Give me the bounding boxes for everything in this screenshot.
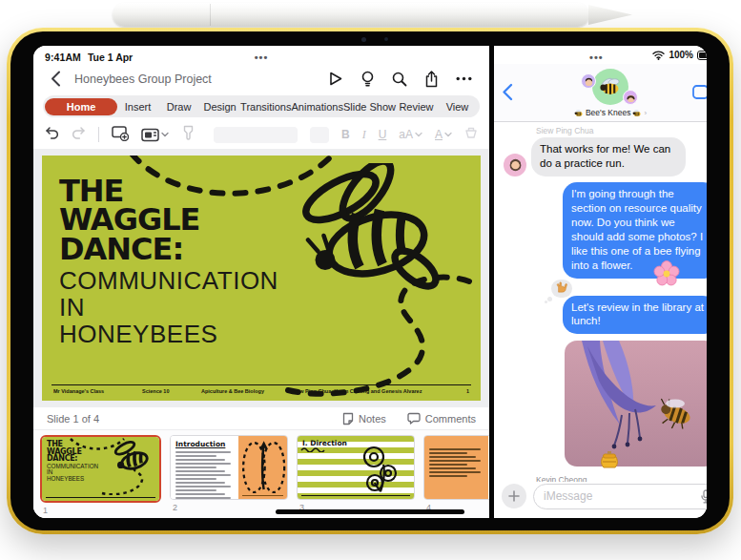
more-icon[interactable]	[452, 75, 476, 82]
imessage-field[interactable]	[533, 484, 707, 509]
imessage-input[interactable]	[534, 489, 701, 503]
home-indicator[interactable]	[276, 509, 464, 514]
messages-statusbar: ••• 100%	[494, 46, 707, 64]
fill-color-icon[interactable]	[464, 126, 478, 143]
sent-message[interactable]: I'm going through the section on resourc…	[563, 182, 707, 279]
stage: 9:41AM Tue 1 Apr ••• Honeybees Group Pro…	[0, 0, 741, 560]
ipad-device: 9:41AM Tue 1 Apr ••• Honeybees Group Pro…	[7, 28, 733, 534]
status-date: Tue 1 Apr	[88, 52, 133, 63]
front-sensor	[384, 37, 388, 41]
group-avatar[interactable]	[581, 69, 640, 107]
play-button[interactable]	[324, 70, 347, 88]
italic-button[interactable]: I	[362, 128, 366, 142]
siew-avatar-icon[interactable]	[504, 154, 526, 176]
slide-1[interactable]: THE WAGGLE DANCE: COMMUNICATION IN HONEY…	[42, 156, 481, 401]
bee-flower-photo	[565, 341, 707, 467]
slide-subtitle[interactable]: COMMUNICATION IN HONEYBEES	[59, 267, 278, 347]
tab-design[interactable]: Design	[199, 98, 240, 115]
thumb1-number: 1	[43, 506, 161, 515]
tab-transitions[interactable]: Transitions	[240, 98, 291, 115]
message-composer	[494, 482, 707, 518]
thumb2-heading: Introduction	[175, 440, 234, 448]
messages-app: ••• 100%	[494, 46, 707, 518]
comments-button[interactable]: Comments	[407, 412, 476, 425]
group-name[interactable]: Bee's Knees ›	[494, 108, 707, 117]
photo-message[interactable]	[565, 341, 707, 467]
ipad-bezel: 9:41AM Tue 1 Apr ••• Honeybees Group Pro…	[10, 31, 730, 530]
slide-canvas: THE WAGGLE DANCE: COMMUNICATION IN HONEY…	[33, 149, 489, 407]
notes-button[interactable]: Notes	[342, 412, 386, 425]
text-color-button[interactable]: A	[435, 128, 452, 141]
bee-icon	[632, 109, 642, 117]
multitask-menu-icon[interactable]: •••	[255, 52, 269, 63]
tab-review[interactable]: Review	[396, 98, 437, 115]
dictation-mic-icon[interactable]	[701, 489, 707, 504]
multitask-menu-icon[interactable]: •••	[589, 52, 604, 63]
footer-subject: Science 10	[142, 388, 169, 394]
keynote-toolbar: B I U aA A	[33, 120, 489, 149]
front-camera	[361, 37, 366, 42]
bee-drawing[interactable]	[277, 163, 448, 311]
plus-button[interactable]	[502, 484, 526, 508]
thumb3-flowers	[349, 444, 404, 497]
footer-class: Mr Vidanage's Class	[53, 388, 104, 394]
slide-title[interactable]: THE WAGGLE DANCE:	[59, 176, 278, 263]
slide-layout-button[interactable]	[141, 128, 169, 142]
search-icon[interactable]	[388, 71, 411, 88]
member-avatar-icon	[623, 90, 638, 105]
apple-pencil-tip	[588, 5, 632, 25]
lightbulb-icon[interactable]	[357, 70, 379, 88]
flower-sticker[interactable]	[652, 259, 681, 290]
ribbon-tabs: Home Insert Draw Design Transitions Anim…	[43, 95, 480, 117]
slide-filmstrip: THE WAGGLE DANCE: COMMUNICATION IN HONEY…	[33, 430, 489, 518]
back-chevron-icon[interactable]	[502, 83, 513, 105]
messages-header: Bee's Knees ›	[494, 64, 707, 122]
underline-button[interactable]: U	[379, 128, 387, 141]
bee-icon	[574, 109, 584, 117]
share-icon[interactable]	[421, 70, 443, 89]
tab-view[interactable]: View	[437, 98, 478, 115]
sender-name: Kevin Cheong	[536, 475, 707, 482]
add-slide-button[interactable]	[112, 125, 129, 145]
conversation: Siew Ping Chua That works for me! We can…	[494, 122, 707, 482]
sent-message[interactable]: Let's review in the library at lunch!	[563, 296, 707, 335]
tab-animations[interactable]: Animations	[291, 98, 342, 115]
member-avatar-icon	[581, 73, 596, 89]
slide-thumbnail-2[interactable]: Introduction	[170, 435, 288, 500]
apple-pencil	[113, 3, 589, 27]
back-chevron-icon[interactable]	[47, 70, 65, 88]
slide-thumbnail-4[interactable]	[423, 435, 489, 500]
battery-icon	[697, 51, 707, 60]
font-field[interactable]	[214, 127, 298, 143]
tapback-reaction[interactable]	[551, 280, 572, 298]
slide-count-label: Slide 1 of 4	[47, 413, 99, 425]
text-size-button[interactable]: aA	[399, 128, 422, 141]
slide-thumbnail-1[interactable]: THE WAGGLE DANCE: COMMUNICATION IN HONEY…	[40, 435, 161, 503]
keynote-status-row: Slide 1 of 4 Notes Comments	[33, 407, 489, 430]
video-call-icon[interactable]	[692, 85, 707, 103]
footer-topic: Apiculture & Bee Biology	[201, 388, 264, 394]
status-time: 9:41AM	[45, 52, 81, 63]
honey-pot-sticker[interactable]	[599, 449, 620, 472]
keynote-statusbar: 9:41AM Tue 1 Apr •••	[33, 46, 489, 64]
screen: 9:41AM Tue 1 Apr ••• Honeybees Group Pro…	[33, 46, 707, 518]
slide-thumbnail-3[interactable]: I. Direction	[297, 435, 415, 500]
format-paint-icon[interactable]	[181, 125, 196, 144]
tab-slideshow[interactable]: Slide Show	[343, 98, 396, 115]
keynote-navbar: Honeybees Group Project	[33, 64, 489, 93]
document-title: Honeybees Group Project	[74, 73, 212, 86]
bold-button[interactable]: B	[341, 128, 350, 141]
redo-button[interactable]	[72, 126, 86, 144]
sender-name: Siew Ping Chua	[536, 126, 707, 135]
thumb2-diagram	[238, 436, 287, 499]
thumb4-diagram	[488, 436, 489, 499]
tab-draw[interactable]: Draw	[158, 98, 199, 115]
thumb2-number: 2	[173, 503, 288, 512]
tab-insert[interactable]: Insert	[117, 98, 158, 115]
wifi-icon	[652, 51, 665, 60]
battery-percent: 100%	[669, 50, 693, 60]
font-size-field[interactable]	[310, 127, 329, 143]
undo-button[interactable]	[45, 126, 59, 144]
tab-home[interactable]: Home	[45, 98, 117, 115]
received-message[interactable]: That works for me! We can do a practice …	[531, 137, 686, 176]
